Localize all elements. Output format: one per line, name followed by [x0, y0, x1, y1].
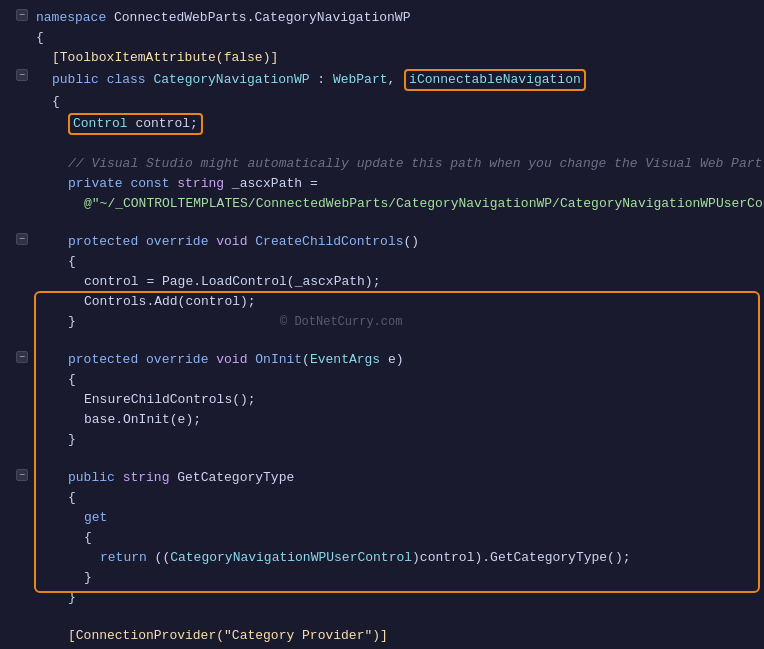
token-type: WebPart [333, 72, 388, 87]
token-white [138, 352, 146, 367]
token-type: CategoryNavigationWP [153, 72, 309, 87]
fold-indicator[interactable]: − [16, 69, 28, 81]
token-white: } [84, 570, 92, 585]
token-white: } [68, 432, 76, 447]
code-line: control = Page.LoadControl(_ascxPath); [0, 272, 764, 292]
line-content: } [36, 589, 764, 607]
token-white: { [68, 372, 76, 387]
code-line: base.OnInit(e); [0, 410, 764, 430]
line-content: } [36, 313, 764, 331]
token-white: (( [147, 550, 170, 565]
code-line: [ToolboxItemAttribute(false)] [0, 48, 764, 68]
code-line: −public class CategoryNavigationWP : Web… [0, 68, 764, 92]
code-line: } [0, 430, 764, 450]
line-number: − [0, 351, 30, 363]
token-white: base.OnInit(e); [84, 412, 201, 427]
line-content: [ToolboxItemAttribute(false)] [36, 49, 764, 67]
code-line: return ((CategoryNavigationWPUserControl… [0, 548, 764, 568]
code-line [0, 214, 764, 232]
token-kw: override [146, 234, 208, 249]
line-content: @"~/_CONTROLTEMPLATES/ConnectedWebParts/… [36, 195, 764, 213]
code-line: −public string GetCategoryType [0, 468, 764, 488]
line-content: get [36, 509, 764, 527]
token-kw: return [100, 550, 147, 565]
token-kw: const [130, 176, 169, 191]
token-white: ConnectedWebParts.CategoryNavigationWP [106, 10, 410, 25]
token-white [138, 234, 146, 249]
line-content: Control control; [36, 113, 764, 135]
line-number: − [0, 469, 30, 481]
line-content: { [36, 93, 764, 111]
line-number: − [0, 69, 30, 81]
token-fn: get [84, 510, 107, 525]
token-at: [ToolboxItemAttribute(false)] [52, 50, 278, 65]
code-line: private const string _ascxPath = [0, 174, 764, 194]
code-line: get [0, 508, 764, 528]
fold-indicator[interactable]: − [16, 469, 28, 481]
line-content: { [36, 253, 764, 271]
line-content: Controls.Add(control); [36, 293, 764, 311]
token-kw2: string [177, 176, 224, 191]
token-white [115, 470, 123, 485]
token-str: @"~/_CONTROLTEMPLATES/ConnectedWebParts/… [84, 196, 764, 211]
token-kw2: string [123, 470, 170, 485]
code-line: } [0, 588, 764, 608]
code-line: } [0, 312, 764, 332]
code-line: { [0, 488, 764, 508]
token-at: [ConnectionProvider("Category Provider")… [68, 628, 388, 643]
code-lines: −namespace ConnectedWebParts.CategoryNav… [0, 8, 764, 649]
token-white: } [68, 314, 76, 329]
token-white: () [404, 234, 420, 249]
line-content: return ((CategoryNavigationWPUserControl… [36, 549, 764, 567]
code-line: Control control; [0, 112, 764, 136]
code-line: @"~/_CONTROLTEMPLATES/ConnectedWebParts/… [0, 194, 764, 214]
code-line [0, 608, 764, 626]
token-kw2: void [216, 352, 247, 367]
token-type: EventArgs [310, 352, 380, 367]
token-kw: public [52, 72, 99, 87]
token-kw: class [107, 72, 146, 87]
line-content: protected override void CreateChildContr… [36, 233, 764, 251]
code-line: EnsureChildControls(); [0, 390, 764, 410]
code-line: [ConnectionProvider("Category Provider")… [0, 626, 764, 646]
line-content: public class CategoryNavigationWP : WebP… [36, 69, 764, 91]
code-line [0, 332, 764, 350]
token-fn: CreateChildControls [255, 234, 403, 249]
code-line: { [0, 252, 764, 272]
token-cm: // Visual Studio might automatically upd… [68, 156, 764, 171]
fold-indicator[interactable]: − [16, 233, 28, 245]
line-content: namespace ConnectedWebParts.CategoryNavi… [36, 9, 764, 27]
token-fn: OnInit [255, 352, 302, 367]
line-content: EnsureChildControls(); [36, 391, 764, 409]
line-content: { [36, 29, 764, 47]
code-line: // Visual Studio might automatically upd… [0, 154, 764, 174]
token-white: e) [380, 352, 403, 367]
code-line: } [0, 568, 764, 588]
code-line: −protected override void CreateChildCont… [0, 232, 764, 252]
line-content: private const string _ascxPath = [36, 175, 764, 193]
token-white: } [68, 590, 76, 605]
line-content: protected override void OnInit(EventArgs… [36, 351, 764, 369]
token-white: : [309, 72, 332, 87]
code-line: { [0, 370, 764, 390]
token-white: { [68, 490, 76, 505]
code-line [0, 450, 764, 468]
line-content: { [36, 489, 764, 507]
line-content: [ConnectionProvider("Category Provider")… [36, 627, 764, 645]
token-kw: protected [68, 352, 138, 367]
fold-indicator[interactable]: − [16, 351, 28, 363]
token-kw: override [146, 352, 208, 367]
code-line: { [0, 92, 764, 112]
token-white [99, 72, 107, 87]
token-kw: namespace [36, 10, 106, 25]
token-white: )control).GetCategoryType(); [412, 550, 630, 565]
code-line: −protected override void OnInit(EventArg… [0, 350, 764, 370]
line-content: control = Page.LoadControl(_ascxPath); [36, 273, 764, 291]
token-white: { [52, 94, 60, 109]
control-highlight: Control control; [68, 113, 203, 135]
token-type: CategoryNavigationWPUserControl [170, 550, 412, 565]
token-white: { [68, 254, 76, 269]
fold-indicator[interactable]: − [16, 9, 28, 21]
token-white: , [388, 72, 404, 87]
token-white: GetCategoryType [169, 470, 294, 485]
